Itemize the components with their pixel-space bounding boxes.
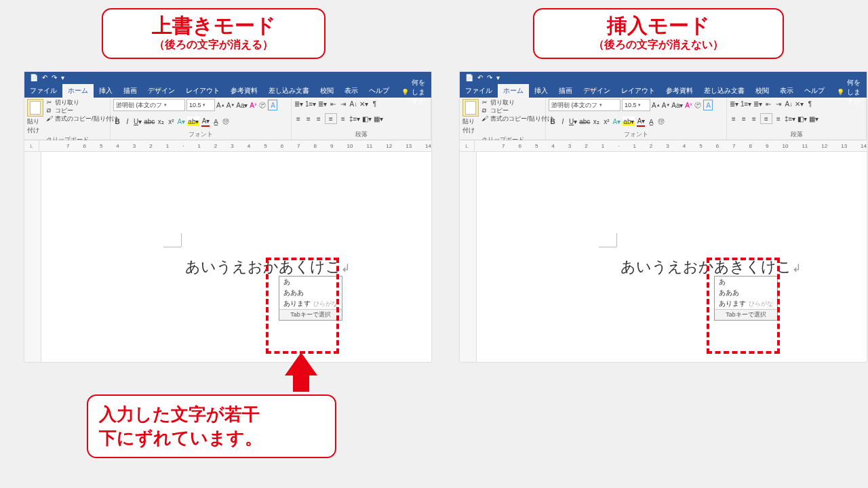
change-case-button[interactable]: Aa▾ [236, 100, 248, 110]
distribute-button[interactable]: ≡ [774, 114, 783, 123]
outdent-button[interactable]: ⇤ [764, 99, 772, 108]
shading-button[interactable]: ◧▾ [797, 114, 807, 123]
font-size-combo[interactable]: 10.5▾ [186, 99, 215, 111]
grow-font-button[interactable]: A▲ [216, 100, 225, 110]
indent-button[interactable]: ⇥ [774, 99, 783, 108]
align-center-button[interactable]: ≡ [740, 114, 748, 123]
highlight-button[interactable]: ab▾ [187, 117, 199, 126]
copy-button[interactable]: ⧉コピー [46, 107, 118, 115]
cut-button[interactable]: ✂切り取り [46, 99, 118, 106]
shrink-font-button[interactable]: A▼ [226, 100, 235, 110]
tab-design[interactable]: デザイン [578, 84, 616, 98]
tab-draw[interactable]: 描画 [118, 84, 142, 98]
text-effects-button[interactable]: A▾ [612, 117, 620, 126]
enclose-char-button[interactable]: ㊞ [657, 117, 665, 126]
multilevel-button[interactable]: ≣▾ [318, 99, 327, 108]
tab-home[interactable]: ホーム [62, 84, 94, 98]
enclose-char-button[interactable]: ㊞ [222, 117, 230, 126]
cut-button[interactable]: ✂切り取り [481, 99, 553, 106]
italic-button[interactable]: I [123, 117, 132, 126]
text-effects-button[interactable]: A▾ [177, 117, 185, 126]
tab-review[interactable]: 校閲 [315, 84, 339, 98]
subscript-button[interactable]: x₂ [592, 117, 600, 126]
paste-button[interactable]: 貼り付け [462, 99, 479, 135]
font-color-button[interactable]: A▾ [637, 116, 645, 127]
save-icon[interactable]: 📄 [465, 75, 473, 81]
line-spacing-button[interactable]: ‡≡▾ [349, 114, 360, 123]
borders-button[interactable]: ▦▾ [809, 114, 818, 123]
paste-button[interactable]: 貼り付け [27, 99, 43, 135]
strike-button[interactable]: abc [579, 117, 590, 126]
tab-layout[interactable]: レイアウト [180, 84, 225, 98]
strike-button[interactable]: abc [144, 117, 155, 126]
enclose-button[interactable]: A [703, 100, 713, 110]
asian-layout-button[interactable]: ✕▾ [795, 99, 804, 108]
redo-icon[interactable]: ↷ [52, 75, 57, 81]
superscript-button[interactable]: x² [167, 117, 175, 126]
align-right-button[interactable]: ≡ [315, 114, 323, 123]
horizontal-ruler[interactable]: 7654321·1234567891011121314 [475, 140, 867, 152]
sort-button[interactable]: A↓ [349, 99, 357, 108]
tab-insert[interactable]: 挿入 [529, 84, 553, 98]
page[interactable]: あいうえおかあくけこ↲ あ あああ ありますひらがな Tabキーで選択 [41, 152, 431, 362]
font-name-combo[interactable]: 游明朝 (本文のフ▾ [113, 99, 185, 111]
copy-button[interactable]: ⧉コピー [481, 107, 553, 115]
align-left-button[interactable]: ≡ [294, 114, 302, 123]
align-center-button[interactable]: ≡ [304, 114, 313, 123]
tab-references[interactable]: 参考資料 [660, 84, 698, 98]
line-spacing-button[interactable]: ‡≡▾ [785, 114, 795, 123]
undo-icon[interactable]: ↶ [477, 75, 483, 81]
tab-home[interactable]: ホーム [498, 84, 529, 98]
grow-font-button[interactable]: A▲ [652, 100, 660, 110]
horizontal-ruler[interactable]: 7654321·1234567891011121314 [39, 140, 431, 152]
bold-button[interactable]: B [549, 117, 557, 126]
outdent-button[interactable]: ⇤ [329, 99, 337, 108]
highlight-button[interactable]: ab▾ [623, 117, 635, 126]
align-right-button[interactable]: ≡ [750, 114, 758, 123]
numbering-button[interactable]: 1≡▾ [305, 99, 316, 108]
bullets-button[interactable]: ≣▾ [730, 99, 738, 108]
font-color-button[interactable]: A▾ [201, 116, 210, 127]
tab-review[interactable]: 校閲 [750, 84, 774, 98]
tab-layout[interactable]: レイアウト [616, 84, 660, 98]
shading-button[interactable]: ◧▾ [362, 114, 372, 123]
tell-me[interactable]: 💡何をしますか [833, 84, 867, 98]
asian-layout-button[interactable]: ✕▾ [359, 99, 368, 108]
tab-references[interactable]: 参考資料 [225, 84, 263, 98]
char-shading-button[interactable]: A̲ [212, 117, 220, 126]
tab-help[interactable]: ヘルプ [799, 84, 830, 98]
page[interactable]: あいうえおかあきくけこ↲ あ あああ ありますひらがな Tabキーで選択 [477, 152, 867, 362]
borders-button[interactable]: ▦▾ [374, 114, 383, 123]
font-size-combo[interactable]: 10.5▾ [622, 99, 650, 111]
multilevel-button[interactable]: ≣▾ [753, 99, 762, 108]
format-painter-button[interactable]: 🖌書式のコピー/貼り付け [481, 115, 553, 123]
show-marks-button[interactable]: ¶ [370, 99, 378, 108]
redo-icon[interactable]: ↷ [487, 75, 492, 81]
distribute-button[interactable]: ≡ [339, 114, 347, 123]
numbering-button[interactable]: 1≡▾ [741, 99, 751, 108]
vertical-ruler[interactable] [24, 152, 41, 362]
undo-icon[interactable]: ↶ [42, 75, 47, 81]
phonetic-button[interactable]: ㋐ [258, 100, 267, 110]
tab-view[interactable]: 表示 [339, 84, 363, 98]
italic-button[interactable]: I [559, 117, 567, 126]
clear-format-button[interactable]: Aᵌ [249, 100, 257, 110]
bold-button[interactable]: B [113, 117, 121, 126]
tab-file[interactable]: ファイル [460, 84, 498, 98]
format-painter-button[interactable]: 🖌書式のコピー/貼り付け [46, 115, 118, 123]
font-name-combo[interactable]: 游明朝 (本文のフ▾ [549, 99, 620, 111]
phonetic-button[interactable]: ㋐ [694, 100, 702, 110]
justify-button[interactable]: ≡ [760, 113, 772, 124]
clear-format-button[interactable]: Aᵌ [684, 100, 692, 110]
tell-me[interactable]: 💡何をしますか [397, 84, 431, 98]
subscript-button[interactable]: x₂ [157, 117, 165, 126]
change-case-button[interactable]: Aa▾ [671, 100, 683, 110]
vertical-ruler[interactable] [460, 152, 477, 362]
tab-design[interactable]: デザイン [142, 84, 180, 98]
justify-button[interactable]: ≡ [325, 113, 337, 124]
superscript-button[interactable]: x² [602, 117, 610, 126]
bullets-button[interactable]: ≣▾ [294, 99, 303, 108]
tab-file[interactable]: ファイル [24, 84, 62, 98]
char-shading-button[interactable]: A̲ [647, 117, 655, 126]
tab-view[interactable]: 表示 [774, 84, 799, 98]
